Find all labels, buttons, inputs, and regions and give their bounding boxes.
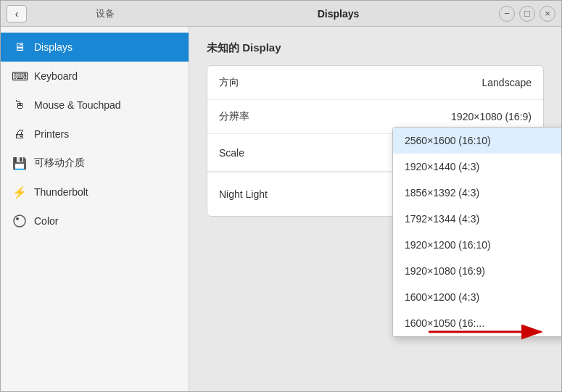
orientation-value: Landscape	[482, 77, 532, 88]
maximize-button[interactable]: □	[519, 6, 535, 22]
sidebar-item-mouse-touchpad[interactable]: 🖱 Mouse & Touchpad	[1, 91, 189, 120]
mouse-icon: 🖱	[12, 98, 27, 112]
dropdown-item-7[interactable]: 1600×1050 (16:...	[393, 310, 561, 336]
close-button[interactable]: ×	[540, 6, 555, 22]
dropdown-item-6[interactable]: 1600×1200 (4:3)	[393, 284, 561, 310]
back-button[interactable]: ‹	[7, 5, 27, 22]
sidebar-label-color: Color	[34, 215, 58, 227]
sidebar-item-thunderbolt[interactable]: ⚡ Thunderbolt	[1, 178, 189, 207]
displays-icon: 🖥	[12, 40, 27, 54]
color-icon	[12, 214, 27, 228]
sidebar-item-displays[interactable]: 🖥 Displays	[1, 33, 189, 62]
sidebar-label-mouse: Mouse & Touchpad	[34, 99, 121, 111]
sidebar-item-color[interactable]: Color	[1, 207, 189, 235]
dropdown-item-1[interactable]: 1920×1440 (4:3)	[393, 154, 561, 180]
dropdown-item-2[interactable]: 1856×1392 (4:3)	[393, 180, 561, 206]
window-title: Displays	[178, 8, 499, 20]
svg-point-1	[16, 217, 19, 220]
keyboard-icon: ⌨	[12, 69, 27, 83]
content-area: 🖥 Displays ⌨ Keyboard 🖱 Mouse & Touchpad…	[1, 27, 561, 391]
sidebar-item-keyboard[interactable]: ⌨ Keyboard	[1, 62, 189, 91]
sidebar-label-thunderbolt: Thunderbolt	[34, 186, 88, 198]
dropdown-item-4[interactable]: 1920×1200 (16:10)	[393, 232, 561, 258]
sidebar-label-keyboard: Keyboard	[34, 70, 78, 82]
dropdown-item-0[interactable]: 2560×1600 (16:10)	[393, 128, 561, 154]
minimize-button[interactable]: −	[499, 6, 515, 22]
dropdown-item-5[interactable]: 1920×1080 (16:9)	[393, 258, 561, 284]
resolution-value: 1920×1080 (16:9)	[451, 111, 532, 122]
orientation-label: 方向	[219, 76, 306, 89]
sidebar-label-displays: Displays	[34, 41, 73, 53]
scale-label: Scale	[219, 147, 306, 159]
main-content: 未知的 Display 方向 Landscape 分辨率 1920×1080 (…	[189, 27, 561, 391]
resolution-dropdown[interactable]: 2560×1600 (16:10) 1920×1440 (4:3) 1856×1…	[392, 127, 561, 337]
display-section-title: 未知的 Display	[207, 41, 544, 55]
sidebar-item-removable-media[interactable]: 💾 可移动介质	[1, 149, 189, 178]
removable-media-icon: 💾	[12, 156, 27, 170]
sidebar: 🖥 Displays ⌨ Keyboard 🖱 Mouse & Touchpad…	[1, 27, 189, 391]
night-light-label: Night Light	[219, 188, 306, 200]
app-window: ‹ 设备 Displays − □ × 🖥 Displays ⌨ Keyboar…	[0, 0, 562, 392]
thunderbolt-icon: ⚡	[12, 185, 27, 199]
svg-point-0	[14, 215, 25, 227]
orientation-row: 方向 Landscape	[207, 66, 543, 100]
sidebar-item-printers[interactable]: 🖨 Printers	[1, 120, 189, 149]
sidebar-label-removable: 可移动介质	[34, 157, 85, 170]
sidebar-label-printers: Printers	[34, 128, 69, 140]
resolution-label: 分辨率	[219, 110, 306, 123]
title-bar: ‹ 设备 Displays − □ ×	[1, 1, 561, 27]
section-title: 设备	[33, 7, 178, 20]
window-controls: − □ ×	[499, 6, 555, 22]
printers-icon: 🖨	[12, 127, 27, 141]
dropdown-item-3[interactable]: 1792×1344 (4:3)	[393, 206, 561, 232]
